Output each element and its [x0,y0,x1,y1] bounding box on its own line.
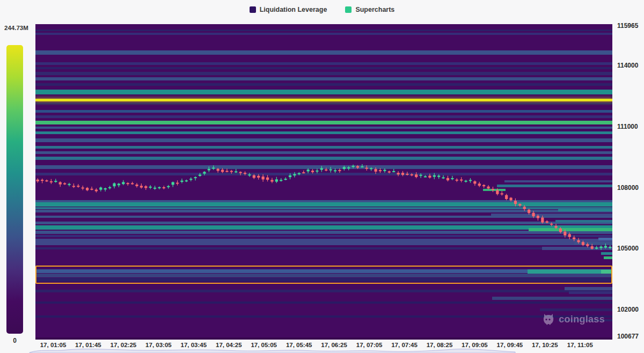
price-axis-label: 114000 [617,62,638,69]
colorbar [6,45,23,334]
heatmap-chart[interactable]: coinglass [35,24,612,340]
colorbar-max-label: 244.73M [4,25,28,31]
price-axis-label: 102000 [617,306,639,313]
legend-label: Supercharts [355,6,394,13]
candles-canvas [35,24,612,340]
timeline-navigator[interactable] [0,348,644,353]
coinglass-watermark-text: coinglass [559,314,605,325]
legend-item-0[interactable]: Liquidation Leverage [250,6,327,13]
highlight-box [35,266,612,284]
price-axis-label: 111000 [617,123,638,130]
price-axis-label: 115965 [617,22,638,30]
price-axis: 1159651140001110001080001050001020001006… [616,0,644,353]
coinglass-logo-icon [543,313,554,326]
liquidation-heatmap-page: { "legend": { "items": [ { "label": "Liq… [0,0,644,353]
legend-swatch [345,6,352,13]
price-axis-label: 105000 [617,245,639,252]
price-axis-label: 108000 [617,184,639,192]
legend-item-1[interactable]: Supercharts [345,6,394,13]
chart-legend: Liquidation LeverageSupercharts [0,3,644,16]
legend-label: Liquidation Leverage [260,6,327,13]
price-axis-label: 100677 [617,333,639,340]
coinglass-watermark: coinglass [543,313,605,326]
legend-swatch [250,6,256,13]
